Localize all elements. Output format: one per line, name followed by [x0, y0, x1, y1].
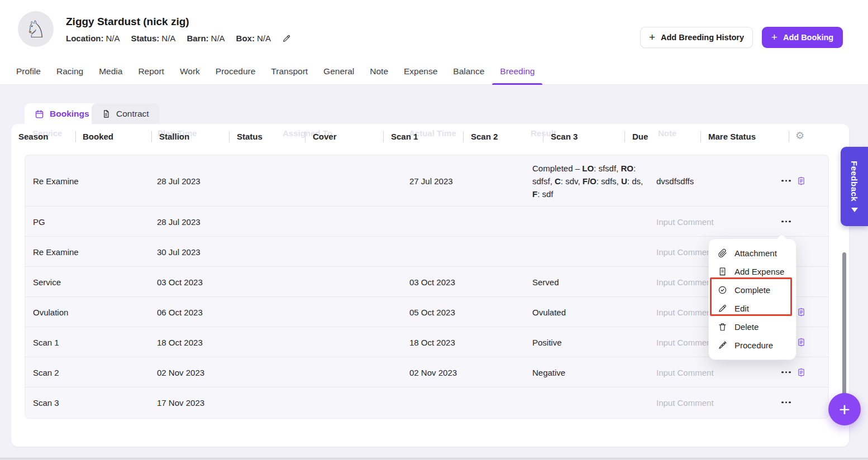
add-floating-button[interactable]: + [828, 393, 861, 425]
service-cell: Re Examine [33, 247, 79, 256]
feedback-button[interactable]: Feedback [841, 147, 868, 226]
service-cell: Re Examine [33, 176, 79, 185]
service-cell: Scan 3 [33, 397, 59, 407]
column-header-status[interactable]: Status [237, 132, 263, 141]
service-cell: PG [33, 217, 45, 226]
scan1-date-cell: 18 Oct 2023 [409, 337, 455, 347]
main-tab-breeding[interactable]: Breeding [492, 59, 542, 85]
menu-item-delete[interactable]: Delete [709, 318, 796, 336]
service-cell: Scan 1 [33, 337, 59, 347]
ghost-header-note: Note [658, 128, 676, 138]
row-menu-button[interactable] [780, 217, 792, 226]
plus-icon: + [649, 32, 655, 42]
row-context-menu: AttachmentAdd ExpenseCompleteEditDeleteP… [708, 238, 797, 360]
result-cell: Ovulated [532, 307, 566, 317]
column-header-cover[interactable]: Cover [313, 132, 337, 141]
top-bar: ♘ Ziggy Stardust (nick zig) Location:N/A… [0, 0, 868, 85]
main-tab-media[interactable]: Media [91, 59, 130, 85]
main-tab-note[interactable]: Note [362, 59, 396, 85]
header-separator [463, 131, 464, 142]
row-menu-button[interactable] [780, 176, 792, 185]
menu-item-label: Delete [735, 322, 759, 332]
table-settings-gear-icon[interactable]: ⚙ [795, 130, 804, 142]
booked-date-cell: 28 Jul 2023 [157, 176, 201, 185]
menu-item-label: Edit [735, 304, 749, 313]
column-header-scan-3[interactable]: Scan 3 [551, 132, 578, 141]
table-row: Scan 202 Nov 202302 Nov 2023NegativeInpu… [25, 357, 828, 387]
menu-item-attachment[interactable]: Attachment [709, 244, 796, 262]
menu-item-complete[interactable]: Complete [709, 281, 796, 299]
booked-date-cell: 02 Nov 2023 [157, 367, 204, 377]
plus-icon: + [771, 32, 778, 42]
scan1-date-cell: 27 Jul 2023 [409, 176, 453, 185]
add-breeding-history-button[interactable]: + Add Breeding History [640, 27, 753, 48]
note-input[interactable]: Input Comment [656, 307, 714, 317]
row-menu-button[interactable] [780, 398, 792, 407]
header-separator [383, 131, 384, 142]
table-row: Re Examine28 Jul 202327 Jul 2023Complete… [25, 155, 828, 206]
header-separator [624, 131, 625, 142]
result-cell: Served [532, 277, 559, 286]
menu-item-procedure[interactable]: Procedure [709, 336, 796, 354]
main-tab-profile[interactable]: Profile [8, 59, 49, 85]
note-doc-icon[interactable] [797, 176, 805, 185]
service-cell: Service [33, 277, 61, 286]
plus-icon: + [839, 399, 850, 420]
tab-contract[interactable]: Contract [92, 103, 159, 124]
column-header-scan-1[interactable]: Scan 1 [391, 132, 418, 141]
table-row: PG28 Jul 2023Input Comment [25, 206, 828, 236]
calendar-icon [35, 109, 44, 119]
menu-item-label: Attachment [735, 248, 777, 258]
main-tab-balance[interactable]: Balance [445, 59, 492, 85]
horse-logo-icon: ♘ [25, 16, 46, 43]
menu-item-label: Complete [735, 285, 770, 295]
note-input[interactable]: Input Comment [656, 217, 714, 226]
document-icon [102, 109, 111, 118]
column-header-booked[interactable]: Booked [83, 132, 113, 141]
tab-bookings[interactable]: Bookings [25, 103, 99, 124]
check-circle-icon [718, 285, 727, 295]
main-tab-general[interactable]: General [316, 59, 362, 85]
scan1-date-cell: 05 Oct 2023 [409, 307, 455, 317]
breeding-page: ♘ Ziggy Stardust (nick zig) Location:N/A… [0, 0, 868, 460]
column-header-mare-status[interactable]: Mare Status [708, 132, 756, 141]
main-tab-racing[interactable]: Racing [49, 59, 91, 85]
column-header-due[interactable]: Due [632, 132, 648, 141]
header-separator [229, 131, 230, 142]
main-tab-report[interactable]: Report [130, 59, 172, 85]
main-tab-work[interactable]: Work [172, 59, 208, 85]
note-doc-icon[interactable] [797, 367, 805, 377]
booked-date-cell: 17 Nov 2023 [157, 397, 204, 407]
column-header-stallion[interactable]: Stallion [159, 132, 189, 141]
add-booking-button[interactable]: + Add Booking [762, 27, 843, 48]
edit-horse-icon[interactable] [282, 34, 291, 43]
syringe-icon [718, 341, 727, 350]
note-doc-icon[interactable] [797, 337, 805, 347]
main-tab-procedure[interactable]: Procedure [208, 59, 264, 85]
column-header-season[interactable]: Season [18, 132, 48, 141]
note-input[interactable]: Input Comment [656, 367, 714, 377]
result-cell: Positive [532, 337, 562, 347]
horse-meta: Location:N/A Status:N/A Barn:N/A Box:N/A [66, 33, 291, 43]
column-header-scan-2[interactable]: Scan 2 [471, 132, 498, 141]
note-doc-icon[interactable] [797, 307, 805, 317]
meta-box: Box:N/A [236, 33, 271, 43]
paperclip-icon [718, 248, 727, 258]
note-input[interactable]: Input Comment [656, 337, 714, 347]
horse-name: Ziggy Stardust (nick zig) [66, 16, 189, 28]
main-tab-transport[interactable]: Transport [263, 59, 316, 85]
menu-item-label: Procedure [735, 341, 773, 350]
result-cell: Negative [532, 367, 565, 377]
note-input[interactable]: Input Comment [656, 277, 714, 286]
booked-date-cell: 03 Oct 2023 [157, 277, 203, 286]
booked-date-cell: 06 Oct 2023 [157, 307, 203, 317]
note-input[interactable]: Input Comment [656, 247, 714, 256]
booked-date-cell: 18 Oct 2023 [157, 337, 203, 347]
menu-item-edit[interactable]: Edit [709, 299, 796, 318]
row-menu-button[interactable] [780, 368, 792, 377]
note-input[interactable]: Input Comment [656, 397, 714, 407]
main-tab-expense[interactable]: Expense [396, 59, 445, 85]
scan1-date-cell: 02 Nov 2023 [409, 367, 457, 377]
trash-icon [718, 322, 727, 332]
menu-item-add-expense[interactable]: Add Expense [709, 262, 796, 281]
